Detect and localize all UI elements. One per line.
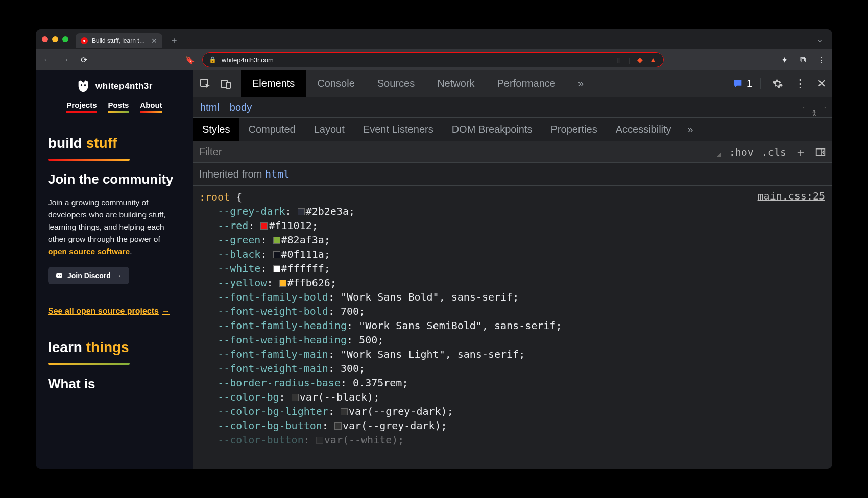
- address-bar[interactable]: 🔒 whitep4nth3r.com ▦ | ◆ ▲: [202, 52, 664, 67]
- back-button[interactable]: ←: [41, 54, 53, 66]
- join-discord-button[interactable]: Join Discord →: [48, 267, 129, 284]
- accessibility-toggle-icon[interactable]: [803, 107, 826, 118]
- minimize-window-button[interactable]: [52, 36, 58, 42]
- maximize-window-button[interactable]: [62, 36, 68, 42]
- breadcrumb-html[interactable]: html: [200, 102, 220, 113]
- subtab-event-listeners[interactable]: Event Listeners: [354, 118, 443, 141]
- panther-logo-icon: [76, 79, 90, 93]
- svg-point-3: [58, 275, 59, 276]
- close-devtools-icon[interactable]: ✕: [817, 77, 826, 90]
- site-title: whitep4nth3r: [95, 81, 153, 91]
- pip-icon[interactable]: ⧉: [797, 54, 809, 66]
- bookmark-icon[interactable]: 🔖: [184, 54, 196, 66]
- devtools-main-tabs: Elements Console Sources Network Perform…: [241, 70, 595, 97]
- forward-button: →: [59, 54, 71, 66]
- arrow-right-icon: →: [162, 307, 170, 316]
- discord-label: Join Discord: [67, 271, 111, 280]
- brave-shield-icon[interactable]: ◆: [636, 56, 644, 64]
- divider-icon: [48, 159, 130, 161]
- inherited-from-label: Inherited from html: [193, 163, 832, 186]
- css-rule[interactable]: :root { --grey-dark: #2b2e3a; --red: #f1…: [199, 190, 826, 447]
- svg-point-8: [814, 110, 815, 111]
- devtools-panel: Elements Console Sources Network Perform…: [193, 70, 832, 469]
- devtools-toolbar: Elements Console Sources Network Perform…: [193, 70, 832, 97]
- brave-rewards-icon[interactable]: ▲: [649, 56, 657, 64]
- subtab-accessibility[interactable]: Accessibility: [607, 118, 681, 141]
- computed-sidebar-toggle-icon[interactable]: [815, 146, 826, 158]
- subtab-layout[interactable]: Layout: [305, 118, 354, 141]
- new-style-rule-button[interactable]: ＋: [794, 144, 807, 160]
- svg-point-1: [84, 84, 86, 86]
- more-tabs-button[interactable]: »: [567, 70, 595, 97]
- issues-icon: [732, 78, 743, 89]
- section-build-title: build stuff: [48, 135, 181, 152]
- website-viewport[interactable]: whitep4nth3r Projects Posts About build …: [36, 70, 193, 469]
- device-toolbar-icon[interactable]: [220, 78, 232, 90]
- favicon-icon: ●: [81, 37, 88, 44]
- subtab-computed[interactable]: Computed: [239, 118, 304, 141]
- devtools-menu-icon[interactable]: ⋮: [794, 77, 806, 90]
- site-nav: Projects Posts About: [48, 101, 181, 113]
- discord-icon: [55, 271, 63, 280]
- filter-input[interactable]: [199, 146, 721, 158]
- browser-window: ● Build stuff, learn things and l ✕ ＋ ⌄ …: [36, 29, 832, 469]
- svg-rect-2: [56, 273, 62, 278]
- nav-about[interactable]: About: [140, 101, 162, 113]
- styles-subtabs: Styles Computed Layout Event Listeners D…: [193, 118, 832, 141]
- tab-performance[interactable]: Performance: [486, 70, 567, 97]
- hov-toggle[interactable]: :hov: [729, 146, 754, 158]
- inspect-element-icon[interactable]: [199, 78, 211, 90]
- svg-rect-7: [226, 82, 230, 88]
- breadcrumb-body[interactable]: body: [230, 102, 252, 113]
- section-learn-title: learn things: [48, 339, 181, 356]
- subtab-styles[interactable]: Styles: [193, 118, 239, 141]
- cls-toggle[interactable]: .cls: [762, 146, 786, 158]
- address-actions: ▦ | ◆ ▲: [616, 56, 657, 64]
- issues-count: 1: [746, 78, 752, 89]
- tab-strip: ● Build stuff, learn things and l ✕ ＋ ⌄: [36, 29, 832, 49]
- svg-point-4: [60, 275, 61, 276]
- browser-tab[interactable]: ● Build stuff, learn things and l ✕: [76, 33, 162, 48]
- new-tab-button[interactable]: ＋: [170, 34, 179, 46]
- window-controls: [42, 36, 68, 42]
- tab-list-button[interactable]: ⌄: [817, 35, 823, 43]
- see-all-projects-link[interactable]: See all open source projects→: [48, 307, 170, 316]
- tab-elements[interactable]: Elements: [241, 70, 306, 97]
- arrow-right-icon: →: [115, 271, 122, 280]
- source-link[interactable]: main.css:25: [758, 190, 825, 202]
- settings-icon[interactable]: [772, 78, 783, 89]
- nav-projects[interactable]: Projects: [66, 101, 97, 113]
- styles-filter-row: :hov .cls ＋: [193, 141, 832, 163]
- menu-icon[interactable]: ⋮: [815, 54, 827, 66]
- oss-link[interactable]: open source software: [48, 247, 130, 256]
- tab-console[interactable]: Console: [306, 70, 366, 97]
- tab-network[interactable]: Network: [426, 70, 486, 97]
- join-community-heading: Join the community: [48, 172, 181, 187]
- extensions-icon[interactable]: ✦: [778, 54, 790, 66]
- nav-posts[interactable]: Posts: [108, 101, 129, 113]
- qr-icon[interactable]: ▦: [616, 56, 624, 64]
- subtab-properties[interactable]: Properties: [542, 118, 607, 141]
- subtab-dom-breakpoints[interactable]: DOM Breakpoints: [443, 118, 542, 141]
- site-header: whitep4nth3r: [48, 79, 181, 93]
- tab-title: Build stuff, learn things and l: [92, 37, 147, 44]
- browser-toolbar: ← → ⟳ 🔖 🔒 whitep4nth3r.com ▦ | ◆ ▲ ✦ ⧉ ⋮: [36, 49, 832, 70]
- css-rule-area[interactable]: main.css:25 :root { --grey-dark: #2b2e3a…: [193, 186, 832, 469]
- issues-button[interactable]: 1: [732, 78, 761, 89]
- divider-icon: [48, 363, 130, 365]
- close-tab-icon[interactable]: ✕: [151, 37, 157, 45]
- reload-button[interactable]: ⟳: [78, 54, 90, 66]
- dom-breadcrumb: html body: [193, 97, 832, 118]
- more-subtabs-button[interactable]: »: [681, 123, 701, 135]
- close-window-button[interactable]: [42, 36, 48, 42]
- resize-handle-icon[interactable]: [717, 153, 721, 157]
- lock-icon: 🔒: [209, 56, 216, 63]
- url-text: whitep4nth3r.com: [222, 56, 611, 64]
- svg-point-0: [81, 84, 83, 86]
- content-area: whitep4nth3r Projects Posts About build …: [36, 70, 832, 469]
- community-paragraph: Join a growing community of developers w…: [48, 196, 181, 258]
- tab-sources[interactable]: Sources: [366, 70, 426, 97]
- inherited-from-element[interactable]: html: [265, 168, 290, 180]
- what-is-heading: What is: [48, 376, 181, 392]
